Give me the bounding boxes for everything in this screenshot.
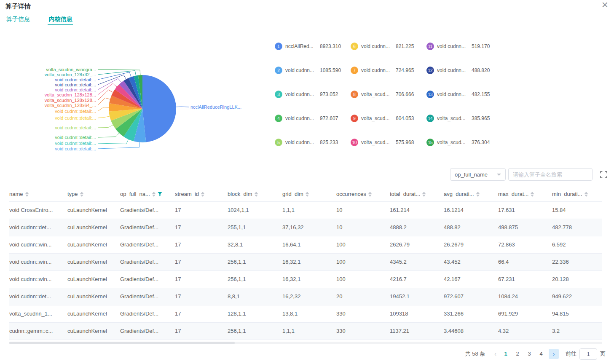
sort-asc-icon[interactable] — [201, 192, 204, 194]
column-header-total_duration[interactable]: total_durat... — [390, 187, 444, 201]
sort-desc-icon[interactable] — [422, 195, 426, 197]
prev-page-button[interactable]: ‹ — [491, 351, 500, 357]
tab-kernel-info[interactable]: 内核信息 — [48, 13, 73, 25]
sort-desc-icon[interactable] — [25, 195, 29, 197]
search-input[interactable] — [508, 168, 593, 181]
page-number-1[interactable]: 1 — [500, 348, 512, 359]
sort-desc-icon[interactable] — [531, 195, 534, 197]
sort-asc-icon[interactable] — [585, 192, 588, 194]
next-page-button[interactable]: › — [549, 349, 559, 359]
pie-label: void cudnn::detail:... — [55, 125, 96, 130]
legend-item[interactable]: 13void cudnn...482.155 — [426, 90, 497, 99]
table-row[interactable]: void cudnn::det...cuLaunchKernelGradient… — [9, 288, 602, 305]
pie-slice[interactable] — [142, 75, 176, 142]
filter-icon[interactable] — [158, 192, 162, 196]
legend-item[interactable]: 3void cudnn...973.052 — [275, 90, 346, 99]
close-icon[interactable]: × — [602, 0, 608, 10]
sort-carets[interactable] — [152, 192, 156, 197]
table-row[interactable]: volta_scudnn_1...cuLaunchKernelGradients… — [9, 305, 602, 322]
page-number-4[interactable]: 4 — [535, 348, 547, 359]
sort-desc-icon[interactable] — [585, 195, 588, 197]
column-header-stream_id[interactable]: stream_id — [175, 187, 228, 201]
sort-desc-icon[interactable] — [306, 195, 309, 197]
legend-item[interactable]: 15volta_scud...376.304 — [426, 138, 497, 147]
legend-item[interactable]: 6void cudnn...821.225 — [351, 42, 421, 51]
sort-desc-icon[interactable] — [476, 195, 480, 197]
legend-item[interactable]: 5void cudnn...825.233 — [275, 138, 346, 147]
legend-item[interactable]: 9volta_scud...604.053 — [351, 114, 421, 123]
legend-item[interactable]: 8volta_scud...706.666 — [351, 90, 421, 99]
sort-desc-icon[interactable] — [80, 195, 83, 197]
column-header-avg_duration[interactable]: avg_durati... — [444, 187, 498, 201]
table-row[interactable]: void cudnn::det...cuLaunchKernelGradient… — [9, 219, 602, 236]
table-cell: 3.2 — [552, 322, 602, 340]
legend-item[interactable]: 14volta_scud...385.965 — [426, 114, 497, 123]
column-header-op_full_name[interactable]: op_full_na... — [120, 187, 175, 201]
table-cell: void cudnn::win... — [9, 270, 67, 288]
sort-carets[interactable] — [306, 192, 309, 197]
legend-label: volta_scud... — [361, 139, 395, 145]
sort-desc-icon[interactable] — [201, 195, 204, 197]
legend-rank-badge: 8 — [351, 91, 358, 98]
horizontal-scrollbar[interactable] — [9, 342, 602, 344]
page-number-3[interactable]: 3 — [523, 348, 535, 359]
sort-asc-icon[interactable] — [368, 192, 372, 194]
sort-carets[interactable] — [368, 192, 372, 197]
sort-carets[interactable] — [80, 192, 83, 197]
table-row[interactable]: void CrossEntro...cuLaunchKernelGradient… — [9, 201, 602, 219]
sort-carets[interactable] — [255, 192, 258, 197]
table-cell: 17 — [175, 201, 228, 219]
sort-asc-icon[interactable] — [531, 192, 534, 194]
column-header-block_dim[interactable]: block_dim — [228, 187, 282, 201]
legend-item[interactable]: 1ncclAllRed...8923.310 — [275, 42, 346, 51]
legend-item[interactable]: 4void cudnn...972.607 — [275, 114, 346, 123]
table-row[interactable]: void cudnn::win...cuLaunchKernelGradient… — [9, 236, 602, 253]
legend-rank-badge: 15 — [426, 139, 434, 146]
fullscreen-icon[interactable] — [600, 171, 607, 178]
goto-page-input[interactable] — [579, 348, 597, 360]
column-header-min_duration[interactable]: min_durati... — [552, 187, 602, 201]
sort-desc-icon[interactable] — [368, 195, 372, 197]
legend-label: void cudnn... — [437, 43, 471, 49]
legend-item[interactable]: 10volta_scud...575.968 — [351, 138, 421, 147]
sort-carets[interactable] — [531, 192, 534, 197]
sort-desc-icon[interactable] — [152, 195, 156, 197]
table-cell: 488.82 — [444, 219, 498, 236]
legend-item[interactable]: 11void cudnn...519.170 — [426, 42, 497, 51]
table-cell: cudnn::gemm::c... — [9, 322, 67, 340]
sort-asc-icon[interactable] — [422, 192, 426, 194]
sort-asc-icon[interactable] — [25, 192, 29, 194]
kernel-table: nametypeop_full_na...stream_idblock_dimg… — [9, 187, 602, 340]
legend-value: 825.233 — [320, 139, 338, 145]
legend-item[interactable]: 7void cudnn...724.965 — [351, 66, 421, 75]
sort-asc-icon[interactable] — [476, 192, 480, 194]
sort-carets[interactable] — [476, 192, 480, 197]
tab-operator-info[interactable]: 算子信息 — [5, 13, 31, 24]
sort-desc-icon[interactable] — [255, 195, 258, 197]
page-number-2[interactable]: 2 — [512, 348, 523, 359]
column-header-name[interactable]: name — [9, 187, 67, 201]
sort-carets[interactable] — [585, 192, 588, 197]
sort-asc-icon[interactable] — [152, 192, 156, 194]
column-header-grid_dim[interactable]: grid_dim — [282, 187, 336, 201]
legend-item[interactable]: 12void cudnn...488.820 — [426, 66, 497, 75]
table-row[interactable]: cudnn::gemm::c...cuLaunchKernelGradients… — [9, 322, 602, 340]
column-header-occurrences[interactable]: occurrences — [336, 187, 390, 201]
column-header-max_duration[interactable]: max_durat... — [498, 187, 552, 201]
search-field-select[interactable]: op_full_name — [450, 168, 506, 181]
sort-carets[interactable] — [201, 192, 204, 197]
sort-carets[interactable] — [25, 192, 29, 197]
table-cell: 4216.7 — [390, 270, 444, 288]
sort-asc-icon[interactable] — [80, 192, 83, 194]
scrollbar-thumb[interactable] — [9, 342, 235, 344]
table-row[interactable]: void cudnn::win...cuLaunchKernelGradient… — [9, 270, 602, 288]
sort-asc-icon[interactable] — [255, 192, 258, 194]
column-header-type[interactable]: type — [67, 187, 120, 201]
table-cell: 72.863 — [498, 236, 552, 253]
legend-item[interactable]: 2void cudnn...1085.590 — [275, 66, 346, 75]
sort-carets[interactable] — [422, 192, 426, 197]
sort-asc-icon[interactable] — [306, 192, 309, 194]
table-cell: 256,1,1 — [228, 253, 282, 270]
table-row[interactable]: void cudnn::win...cuLaunchKernelGradient… — [9, 253, 602, 270]
table-cell: 1024,1,1 — [228, 201, 282, 219]
